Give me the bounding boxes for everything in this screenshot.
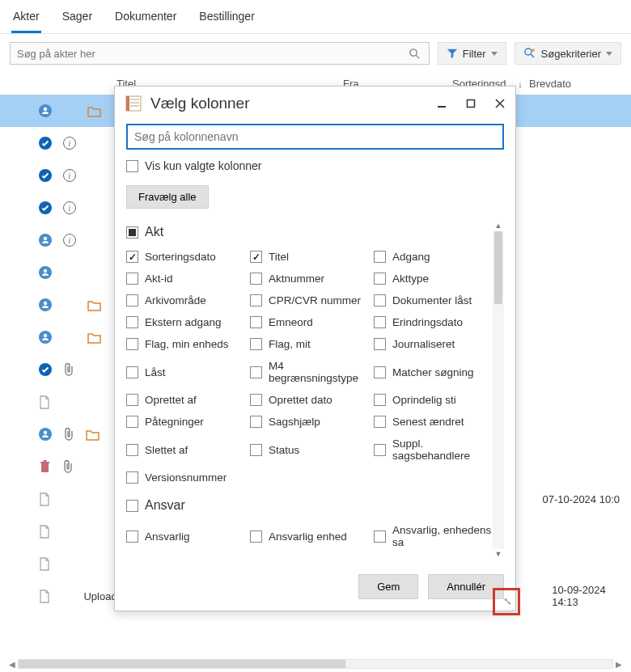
column-checkbox[interactable] — [250, 366, 262, 378]
column-checkbox[interactable] — [126, 316, 138, 328]
column-option[interactable]: Emneord — [250, 316, 369, 328]
tab-sager[interactable]: Sager — [61, 6, 94, 33]
column-checkbox[interactable] — [250, 394, 262, 406]
column-checkbox[interactable] — [126, 294, 138, 306]
column-checkbox[interactable] — [126, 471, 138, 484]
column-option[interactable]: Suppl. sagsbehandlere — [374, 437, 493, 462]
column-checkbox[interactable] — [250, 273, 262, 285]
column-search-input[interactable] — [134, 130, 496, 143]
column-option[interactable]: Påtegninger — [126, 416, 245, 428]
column-option[interactable]: Sagshjælp — [250, 416, 369, 428]
group-checkbox[interactable] — [126, 500, 138, 512]
column-option[interactable]: Akt-id — [126, 273, 245, 285]
column-checkbox[interactable] — [126, 394, 138, 406]
filter-button[interactable]: Filter — [438, 42, 506, 65]
show-selected-checkbox[interactable] — [126, 160, 138, 172]
column-option[interactable]: Slettet af — [126, 437, 245, 462]
column-checkbox[interactable] — [126, 338, 138, 350]
column-option[interactable]: Erindringsdato — [374, 316, 493, 328]
column-checkbox[interactable] — [374, 394, 386, 406]
column-checkbox[interactable] — [374, 251, 386, 263]
scroll-right-icon[interactable]: ▶ — [613, 659, 625, 669]
search-box[interactable] — [10, 42, 430, 65]
tab-bestillinger[interactable]: Bestillinger — [197, 6, 256, 33]
column-checkbox[interactable] — [374, 366, 386, 378]
search-icon[interactable] — [408, 46, 422, 61]
dialog-search[interactable] — [126, 124, 504, 150]
column-option[interactable]: Matcher søgning — [374, 360, 493, 384]
column-option[interactable]: Status — [250, 437, 369, 462]
minimize-button[interactable] — [436, 98, 447, 109]
column-checkbox[interactable] — [374, 530, 386, 543]
column-option[interactable]: Arkivområde — [126, 294, 245, 306]
column-option[interactable]: Oprindelig sti — [374, 394, 493, 406]
column-checkbox[interactable] — [126, 366, 138, 378]
column-option[interactable]: Titel — [250, 251, 369, 263]
column-checkbox[interactable] — [374, 416, 386, 428]
deselect-all-button[interactable]: Fravælg alle — [126, 185, 209, 209]
dialog-titlebar[interactable]: Vælg kolonner — [115, 87, 515, 117]
tab-dokumenter[interactable]: Dokumenter — [113, 6, 178, 33]
column-checkbox[interactable] — [250, 294, 262, 306]
column-option[interactable]: Låst — [126, 360, 245, 384]
close-button[interactable] — [494, 98, 506, 109]
column-checkbox[interactable] — [374, 444, 386, 456]
scroll-up-icon[interactable]: ▲ — [493, 220, 504, 231]
scroll-thumb[interactable] — [494, 231, 502, 304]
column-checkbox[interactable] — [374, 338, 386, 350]
column-checkbox[interactable] — [126, 444, 138, 456]
column-option[interactable]: Sorteringsdato — [126, 251, 245, 263]
column-option[interactable]: Flag, mit — [250, 338, 369, 350]
column-checkbox[interactable] — [250, 530, 262, 543]
column-option[interactable]: Ansvarlig enhed — [250, 524, 369, 548]
column-option[interactable]: Aktnummer — [250, 273, 369, 285]
column-checkbox[interactable] — [250, 316, 262, 328]
column-option[interactable]: CPR/CVR nummer — [250, 294, 369, 306]
column-checkbox[interactable] — [374, 316, 386, 328]
column-checkbox[interactable] — [250, 444, 262, 456]
group-checkbox[interactable] — [126, 226, 138, 239]
column-label: Oprindelig sti — [392, 394, 456, 406]
column-checkbox[interactable] — [374, 294, 386, 306]
column-option[interactable]: M4 begrænsningstype — [250, 360, 369, 384]
column-checkbox[interactable] — [250, 251, 262, 263]
show-selected-label: Vis kun valgte kolonner — [145, 159, 262, 172]
cancel-button[interactable]: Annullér — [428, 574, 504, 599]
column-label: Sorteringsdato — [145, 251, 216, 263]
scroll-left-icon[interactable]: ◀ — [6, 659, 18, 669]
column-option[interactable]: Flag, min enheds — [126, 338, 245, 350]
dialog-scrollbar[interactable]: ▲ ▼ — [493, 220, 504, 560]
save-button[interactable]: Gem — [358, 574, 418, 599]
column-checkbox[interactable] — [374, 273, 386, 285]
column-option[interactable]: Journaliseret — [374, 338, 493, 350]
tab-akter[interactable]: Akter — [11, 6, 41, 33]
column-checkbox[interactable] — [126, 251, 138, 263]
column-option[interactable]: Senest ændret — [374, 416, 493, 428]
svg-point-19 — [44, 431, 47, 434]
column-option[interactable]: Oprettet af — [126, 394, 245, 406]
column-checkbox[interactable] — [126, 273, 138, 285]
maximize-button[interactable] — [465, 98, 476, 109]
hscroll-thumb[interactable] — [19, 660, 345, 668]
column-checkbox[interactable] — [250, 338, 262, 350]
column-option[interactable]: Adgang — [374, 251, 493, 263]
column-option[interactable]: Akttype — [374, 273, 493, 285]
search-input[interactable] — [17, 48, 408, 60]
column-option[interactable]: Versionsnummer — [126, 471, 245, 484]
scroll-down-icon[interactable]: ▼ — [493, 548, 504, 560]
criteria-button[interactable]: Søgekriterier — [515, 42, 621, 65]
column-option[interactable]: Ekstern adgang — [126, 316, 245, 328]
column-option[interactable]: Ansvarlig — [126, 524, 245, 548]
column-checkbox[interactable] — [250, 416, 262, 428]
horizontal-scrollbar[interactable]: ◀ ▶ — [6, 659, 625, 669]
column-checkbox[interactable] — [126, 530, 138, 543]
column-option[interactable]: Ansvarlig, enhedens sa — [374, 524, 493, 548]
column-option[interactable]: Oprettet dato — [250, 394, 369, 406]
column-checkbox[interactable] — [126, 416, 138, 428]
document-icon — [39, 525, 50, 539]
resize-handle-icon[interactable]: ⤡ — [503, 595, 512, 607]
column-label: Erindringsdato — [392, 316, 463, 328]
column-option[interactable]: Dokumenter låst — [374, 294, 493, 306]
svg-point-12 — [44, 269, 47, 273]
col-brev[interactable]: Brevdato — [529, 78, 620, 90]
